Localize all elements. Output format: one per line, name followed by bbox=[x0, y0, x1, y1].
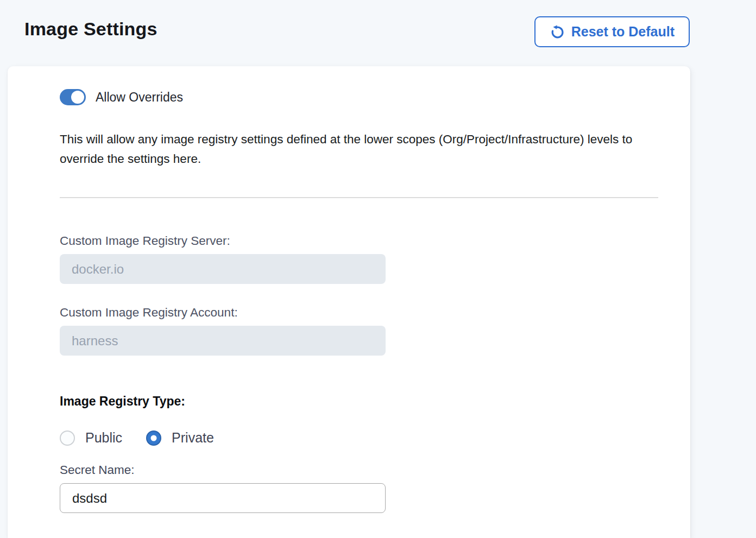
private-radio-label: Private bbox=[172, 430, 214, 446]
allow-overrides-label: Allow Overrides bbox=[96, 90, 183, 105]
allow-overrides-toggle[interactable] bbox=[60, 89, 86, 105]
allow-overrides-row: Allow Overrides bbox=[60, 88, 690, 106]
secret-name-label: Secret Name: bbox=[60, 463, 690, 477]
private-radio[interactable] bbox=[146, 431, 161, 446]
reset-to-default-button[interactable]: Reset to Default bbox=[534, 16, 690, 47]
section-divider bbox=[60, 197, 658, 198]
secret-name-input[interactable] bbox=[60, 483, 386, 513]
public-radio[interactable] bbox=[60, 431, 75, 446]
image-settings-page: Image Settings Reset to Default Allow Ov… bbox=[0, 0, 756, 538]
registry-type-label: Image Registry Type: bbox=[60, 394, 690, 409]
radio-option-public[interactable]: Public bbox=[60, 430, 122, 446]
registry-account-input bbox=[60, 326, 386, 356]
radio-option-private[interactable]: Private bbox=[146, 430, 214, 446]
public-radio-label: Public bbox=[85, 430, 122, 446]
overrides-description: This will allow any image registry setti… bbox=[60, 130, 667, 169]
toggle-knob bbox=[71, 91, 84, 104]
registry-server-label: Custom Image Registry Server: bbox=[60, 234, 690, 248]
settings-card: Allow Overrides This will allow any imag… bbox=[8, 66, 690, 538]
reset-icon bbox=[550, 24, 565, 40]
registry-type-options: Public Private bbox=[60, 430, 690, 446]
reset-button-label: Reset to Default bbox=[571, 24, 675, 40]
registry-account-label: Custom Image Registry Account: bbox=[60, 306, 690, 320]
page-title: Image Settings bbox=[24, 18, 158, 40]
registry-server-input bbox=[60, 254, 386, 284]
